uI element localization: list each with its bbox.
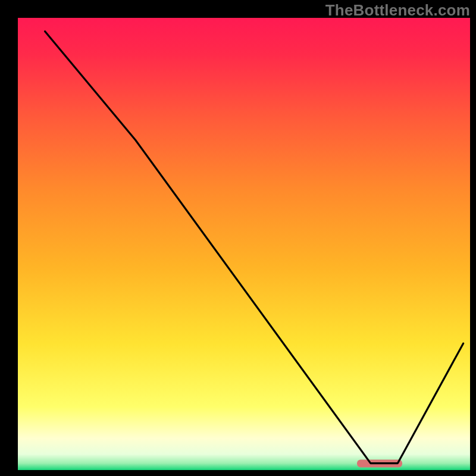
bottleneck-chart	[0, 0, 476, 476]
watermark-text: TheBottleneck.com	[325, 1, 470, 20]
chart-gradient-bg	[18, 18, 470, 470]
